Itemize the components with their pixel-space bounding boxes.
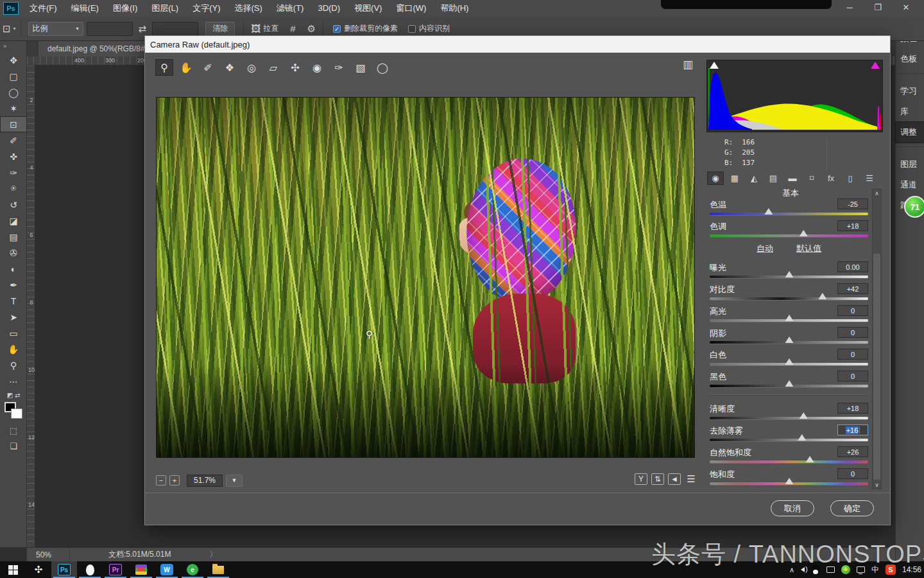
dodge-tool-icon[interactable]: ◐ bbox=[0, 261, 27, 277]
cancel-button[interactable]: 取消 bbox=[771, 500, 814, 516]
acr-spot-removal-tool-icon[interactable]: ✣ bbox=[286, 59, 304, 76]
acr-zoom-tool-icon[interactable]: ⚲ bbox=[155, 59, 173, 76]
overlay-options-icon[interactable]: # bbox=[287, 23, 298, 34]
crop-ratio-select[interactable]: 比例▾ bbox=[28, 22, 83, 36]
slider-value-field[interactable]: 0 bbox=[837, 305, 868, 316]
scroll-down-icon[interactable]: ∨ bbox=[873, 482, 881, 488]
eraser-tool-icon[interactable]: ◪ bbox=[0, 213, 27, 229]
color-swatches[interactable] bbox=[0, 401, 27, 423]
scrollbar-thumb[interactable] bbox=[873, 254, 880, 480]
slider-track[interactable] bbox=[710, 276, 868, 278]
scroll-up-icon[interactable]: ∧ bbox=[873, 190, 881, 197]
hand-tool-icon[interactable]: ✋ bbox=[0, 341, 27, 357]
before-after-view-icon[interactable]: Y bbox=[635, 473, 647, 485]
menu-item-11[interactable]: 帮助(H) bbox=[433, 0, 475, 17]
panel-tab-学习[interactable]: 学习 bbox=[896, 81, 924, 101]
premiere-app[interactable]: Pr bbox=[103, 561, 128, 578]
slider-track[interactable] bbox=[710, 341, 868, 344]
slider-value-field[interactable]: +42 bbox=[837, 283, 868, 294]
preview-preferences-icon[interactable]: ☰ bbox=[685, 473, 697, 485]
slider-value-field[interactable]: +18 bbox=[837, 220, 868, 231]
auto-link[interactable]: 自动 bbox=[757, 243, 773, 254]
crop-tool-icon[interactable]: ⊡ bbox=[0, 23, 13, 35]
slider-value-field[interactable]: 0.00 bbox=[837, 261, 868, 272]
presets-tab-icon[interactable]: ☰ bbox=[861, 171, 878, 185]
menu-item-6[interactable]: 选择(S) bbox=[227, 0, 269, 17]
basic-tab-icon[interactable]: ◉ bbox=[707, 171, 724, 185]
acr-adjustment-brush-tool-icon[interactable]: ✑ bbox=[330, 59, 348, 76]
hsl-tab-icon[interactable]: ▤ bbox=[765, 171, 782, 185]
slider-track[interactable] bbox=[710, 234, 868, 237]
default-link[interactable]: 默认值 bbox=[796, 243, 821, 254]
swap-dimensions-icon[interactable]: ⇄ bbox=[136, 23, 150, 35]
background-color-swatch[interactable] bbox=[11, 408, 22, 419]
copy-settings-arrow-icon[interactable]: ◄ bbox=[668, 473, 681, 485]
clear-button[interactable]: 清除 bbox=[205, 22, 235, 36]
menu-item-8[interactable]: 3D(D) bbox=[311, 0, 347, 17]
menu-item-1[interactable]: 文件(F) bbox=[22, 0, 64, 17]
shape-tool-icon[interactable]: ▭ bbox=[0, 325, 27, 341]
slider-track[interactable] bbox=[710, 385, 868, 387]
straighten-label[interactable]: 拉直 bbox=[263, 23, 278, 34]
menu-item-5[interactable]: 文字(Y) bbox=[185, 0, 227, 17]
menu-item-3[interactable]: 图像(I) bbox=[106, 0, 144, 17]
winrar-app[interactable] bbox=[128, 561, 154, 578]
photoshop-app[interactable]: Ps bbox=[51, 561, 77, 578]
straighten-icon[interactable]: 🖾 bbox=[248, 23, 263, 34]
zoom-out-button[interactable]: − bbox=[156, 475, 166, 486]
notification-badge[interactable]: 71 bbox=[904, 196, 924, 218]
smudge-tool-icon[interactable]: ✇ bbox=[0, 245, 27, 261]
acr-transform-tool-icon[interactable]: ▱ bbox=[264, 59, 282, 76]
acr-hand-tool-icon[interactable]: ✋ bbox=[177, 59, 195, 76]
slider-track[interactable] bbox=[710, 319, 868, 322]
menu-item-10[interactable]: 窗口(W) bbox=[389, 0, 433, 17]
zoom-level-field[interactable]: 51.7% bbox=[187, 475, 223, 487]
close-button[interactable]: ✕ bbox=[892, 0, 920, 15]
camera-calibration-tab-icon[interactable]: ▯ bbox=[842, 171, 859, 185]
screen-mode-button[interactable]: ❏ bbox=[0, 438, 27, 453]
start-button[interactable] bbox=[0, 561, 26, 578]
egg-app[interactable] bbox=[77, 561, 103, 578]
slider-track[interactable] bbox=[710, 297, 868, 300]
slider-value-field[interactable]: -25 bbox=[837, 198, 868, 209]
menu-item-2[interactable]: 编辑(E) bbox=[64, 0, 106, 17]
crop-tool-icon[interactable]: ⊡ bbox=[0, 116, 27, 132]
status-chevron-icon[interactable]: 〉 bbox=[209, 549, 217, 560]
acr-graduated-filter-tool-icon[interactable]: ▧ bbox=[352, 59, 370, 76]
slider-track[interactable] bbox=[710, 417, 868, 419]
acr-red-eye-tool-icon[interactable]: ◉ bbox=[308, 59, 326, 76]
crop-settings-gear-icon[interactable]: ⚙ bbox=[305, 23, 318, 35]
delete-cropped-pixels-checkbox[interactable]: ✓ 删除裁剪的像素 bbox=[333, 23, 398, 34]
slider-value-field[interactable]: 0 bbox=[837, 468, 868, 479]
type-tool-icon[interactable]: T bbox=[0, 293, 27, 309]
lasso-tool-icon[interactable]: ◯ bbox=[0, 84, 27, 100]
acr-white-balance-tool-icon[interactable]: ✐ bbox=[199, 59, 217, 76]
menu-item-7[interactable]: 滤镜(T) bbox=[270, 0, 311, 17]
document-tab[interactable]: default.jpeg @ 50%(RGB/8#) * bbox=[38, 41, 162, 57]
marquee-tool-icon[interactable]: ▢ bbox=[0, 68, 27, 84]
edit-toolbar-icon[interactable]: ⋯ bbox=[0, 373, 27, 389]
panel-tab-库[interactable]: 库 bbox=[896, 101, 924, 122]
lens-corrections-tab-icon[interactable]: ⌑ bbox=[803, 171, 820, 185]
tool-preset-chevron-icon[interactable]: ▾ bbox=[13, 26, 16, 31]
slider-value-field[interactable]: +26 bbox=[837, 446, 868, 457]
status-zoom-value[interactable]: 50% bbox=[36, 550, 69, 559]
slider-value-field[interactable]: 0 bbox=[837, 327, 868, 338]
eyedropper-tool-icon[interactable]: ✐ bbox=[0, 132, 27, 148]
ok-button[interactable]: 确定 bbox=[830, 500, 874, 516]
minimize-button[interactable]: ─ bbox=[835, 0, 864, 15]
explorer-app[interactable] bbox=[205, 561, 231, 578]
zoom-in-button[interactable]: + bbox=[169, 475, 180, 486]
gradient-tool-icon[interactable]: ▤ bbox=[0, 229, 27, 245]
panel-tab-色板[interactable]: 色板 bbox=[896, 49, 924, 69]
split-toning-tab-icon[interactable]: ▬ bbox=[784, 171, 801, 185]
effects-tab-icon[interactable]: fx bbox=[823, 171, 839, 185]
panel-tab-图层[interactable]: 图层 bbox=[896, 154, 924, 175]
toolbar-collapse-icon[interactable]: » bbox=[0, 41, 26, 52]
slider-track[interactable] bbox=[710, 482, 868, 485]
panel-tab-通道[interactable]: 通道 bbox=[896, 175, 924, 195]
wps-app[interactable]: W bbox=[154, 561, 180, 578]
slider-track[interactable] bbox=[710, 460, 868, 463]
pinwheel-app[interactable]: ✣ bbox=[26, 561, 51, 578]
acr-radial-filter-tool-icon[interactable]: ◯ bbox=[373, 59, 391, 76]
